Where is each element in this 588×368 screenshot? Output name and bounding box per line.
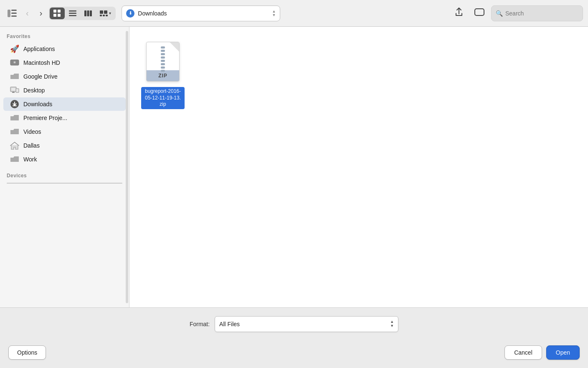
macintosh-hd-icon: [10, 58, 19, 67]
sidebar: Favorites 🚀 Applications Macintosh HD Go…: [0, 27, 129, 307]
sidebar-item-desktop[interactable]: Desktop: [3, 84, 126, 97]
forward-button[interactable]: ›: [35, 6, 47, 20]
svg-rect-11: [84, 10, 86, 16]
svg-rect-14: [100, 10, 103, 14]
toolbar: ‹ ›: [0, 0, 588, 27]
search-input[interactable]: [505, 10, 578, 17]
svg-rect-1: [11, 10, 17, 11]
sidebar-item-label: Google Drive: [23, 73, 58, 80]
svg-point-22: [14, 62, 15, 63]
svg-rect-24: [11, 88, 15, 91]
svg-rect-5: [58, 10, 61, 13]
sidebar-toggle-button[interactable]: [5, 7, 19, 20]
home-icon: [10, 141, 19, 150]
options-button[interactable]: Options: [8, 345, 46, 360]
search-bar[interactable]: 🔍: [491, 5, 583, 21]
svg-rect-28: [16, 89, 18, 92]
location-icon: ⬇: [126, 9, 134, 18]
sidebar-item-applications[interactable]: 🚀 Applications: [3, 42, 126, 56]
svg-rect-0: [8, 10, 10, 17]
sidebar-item-label: Work: [23, 156, 37, 163]
view-columns-button[interactable]: [81, 8, 96, 18]
svg-rect-15: [104, 10, 107, 14]
format-select[interactable]: All Files ▲ ▼: [215, 316, 398, 332]
sidebar-item-downloads[interactable]: Downloads: [3, 97, 126, 111]
devices-divider: [7, 183, 122, 184]
format-select-arrows: ▲ ▼: [390, 320, 394, 328]
file-name: bugreport-2016-05-12-11-19-13.zip: [141, 87, 185, 109]
downloads-icon: [10, 100, 19, 109]
tag-button[interactable]: [470, 6, 489, 20]
svg-rect-2: [11, 13, 17, 14]
search-icon: 🔍: [496, 10, 503, 17]
svg-rect-6: [53, 14, 56, 17]
sidebar-item-label: Applications: [23, 46, 55, 52]
format-value: All Files: [219, 321, 240, 327]
folder-icon: [10, 127, 19, 136]
sidebar-item-label: Macintosh HD: [23, 59, 60, 66]
applications-icon: 🚀: [10, 44, 19, 54]
svg-rect-3: [11, 15, 17, 17]
sidebar-item-google-drive[interactable]: Google Drive: [3, 70, 126, 83]
desktop-icon: [10, 86, 19, 95]
svg-rect-17: [103, 15, 105, 16]
back-button[interactable]: ‹: [22, 6, 33, 20]
svg-rect-13: [90, 10, 92, 16]
sidebar-scrollbar[interactable]: [126, 31, 128, 303]
view-mode-group: ▾: [49, 7, 116, 20]
view-icon-button[interactable]: [50, 8, 65, 19]
cancel-button[interactable]: Cancel: [504, 345, 542, 360]
format-row: Format: All Files ▲ ▼: [0, 308, 588, 340]
folder-icon: [10, 72, 19, 81]
view-gallery-button[interactable]: ▾: [96, 8, 115, 18]
open-button[interactable]: Open: [546, 345, 580, 360]
location-text: Downloads: [138, 10, 269, 17]
view-list-button[interactable]: [65, 8, 80, 18]
svg-rect-7: [58, 14, 61, 17]
buttons-row: Options Cancel Open: [0, 340, 588, 368]
favorites-section-title: Favorites: [0, 32, 129, 42]
format-label: Format:: [190, 321, 210, 327]
svg-rect-4: [53, 10, 56, 13]
zip-icon: ZIP: [142, 38, 184, 84]
main-area: Favorites 🚀 Applications Macintosh HD Go…: [0, 27, 588, 307]
share-button[interactable]: [450, 5, 468, 21]
sidebar-item-label: Desktop: [23, 87, 45, 94]
sidebar-item-label: Premiere Proje...: [23, 115, 67, 121]
svg-rect-16: [100, 15, 102, 16]
svg-rect-19: [475, 9, 484, 15]
file-item[interactable]: ZIP bugreport-2016-05-12-11-19-13.zip: [138, 35, 188, 112]
location-arrows: ▲ ▼: [272, 10, 276, 17]
folder-icon: [10, 155, 19, 164]
bottom-bar: Format: All Files ▲ ▼ Options Cancel Ope…: [0, 307, 588, 368]
sidebar-item-dallas[interactable]: Dallas: [3, 139, 126, 152]
svg-rect-18: [106, 15, 108, 16]
svg-rect-8: [69, 10, 76, 12]
sidebar-item-label: Downloads: [23, 101, 52, 107]
svg-rect-12: [87, 10, 89, 16]
svg-rect-9: [69, 13, 76, 14]
folder-icon: [10, 113, 19, 123]
sidebar-item-macintosh-hd[interactable]: Macintosh HD: [3, 56, 126, 69]
sidebar-item-work[interactable]: Work: [3, 153, 126, 166]
sidebar-item-label: Dallas: [23, 142, 40, 149]
action-buttons: Cancel Open: [504, 345, 580, 360]
sidebar-item-videos[interactable]: Videos: [3, 125, 126, 138]
sidebar-item-label: Videos: [23, 128, 41, 135]
location-bar[interactable]: ⬇ Downloads ▲ ▼: [122, 5, 280, 21]
svg-rect-10: [69, 15, 76, 16]
devices-section-title: Devices: [0, 171, 129, 181]
sidebar-item-premiere-projects[interactable]: Premiere Proje...: [3, 111, 126, 125]
file-area: ZIP bugreport-2016-05-12-11-19-13.zip: [129, 27, 588, 307]
